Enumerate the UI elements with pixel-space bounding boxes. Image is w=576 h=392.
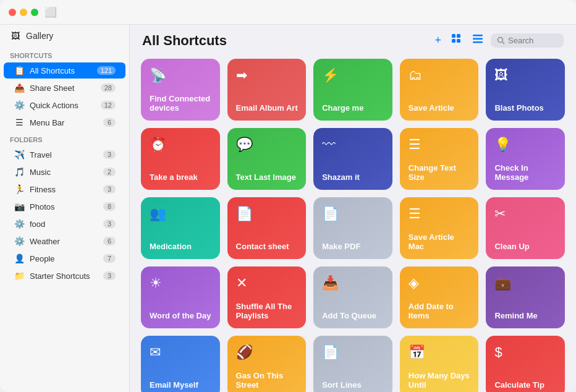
card-email-myself[interactable]: ✉ Email Myself <box>141 336 220 392</box>
card-find-connected-devices[interactable]: 📡 Find Connected devices <box>141 59 220 121</box>
travel-label: Travel <box>30 150 52 160</box>
card-shazam-it[interactable]: 〰 Shazam it <box>313 128 392 190</box>
card-make-pdf[interactable]: 📄 Make PDF <box>313 197 392 259</box>
charge-me-icon: ⚡ <box>322 67 339 83</box>
remind-me-label: Remind Me <box>494 311 537 321</box>
svg-point-7 <box>498 38 503 43</box>
starter-shortcuts-badge: 3 <box>103 271 116 280</box>
grid-view-button[interactable] <box>449 32 465 49</box>
check-in-message-icon: 💡 <box>494 137 511 153</box>
find-connected-devices-icon: 📡 <box>150 67 166 83</box>
add-date-to-items-icon: ◈ <box>409 275 419 291</box>
card-word-of-the-day[interactable]: ☀ Word of the Day <box>141 266 220 328</box>
blast-photos-label: Blast Photos <box>494 103 543 113</box>
card-save-article[interactable]: 🗂 Save Article <box>400 59 479 121</box>
make-pdf-label: Make PDF <box>322 242 360 252</box>
card-change-text-size[interactable]: ☰ Change Text Size <box>400 128 479 190</box>
sort-lines-icon: 📄 <box>322 344 339 360</box>
card-save-article-mac[interactable]: ☰ Save Article Mac <box>400 197 479 259</box>
search-icon <box>497 36 505 45</box>
card-contact-sheet[interactable]: 📄 Contact sheet <box>227 197 307 259</box>
card-how-many-days-until[interactable]: 📅 How Many Days Until <box>400 336 479 392</box>
header-actions: + <box>432 32 564 49</box>
email-myself-label: Email Myself <box>150 380 198 390</box>
card-shuffle-all-playlists[interactable]: ✕ Shuffle All The Playlists <box>227 266 307 328</box>
card-medication[interactable]: 👥 Medication <box>141 197 220 259</box>
sidebar-item-share-sheet[interactable]: 📤 Share Sheet 28 <box>4 80 125 96</box>
starter-shortcuts-icon: 📁 <box>14 271 25 281</box>
weather-badge: 6 <box>103 237 116 245</box>
photos-icon: 📷 <box>14 202 25 211</box>
save-article-mac-label: Save Article Mac <box>409 232 472 252</box>
main-content: All Shortcuts + <box>130 0 576 392</box>
sidebar-item-people[interactable]: 👤 People 7 <box>4 250 125 266</box>
find-connected-devices-label: Find Connected devices <box>150 94 213 113</box>
gallery-label: Gallery <box>26 31 53 41</box>
music-label: Music <box>30 168 51 177</box>
fitness-icon: 🏃 <box>14 184 25 194</box>
shuffle-all-playlists-icon: ✕ <box>236 275 247 291</box>
sidebar-item-photos[interactable]: 📷 Photos 8 <box>4 198 125 215</box>
add-to-queue-label: Add To Queue <box>322 311 376 321</box>
main-header: All Shortcuts + <box>130 25 576 54</box>
sidebar-item-starter-shortcuts[interactable]: 📁 Starter Shortcuts 3 <box>4 268 125 284</box>
grid-icon <box>451 33 462 45</box>
people-icon: 👤 <box>14 254 25 263</box>
food-icon: ⚙️ <box>14 219 25 229</box>
card-blast-photos[interactable]: 🖼 Blast Photos <box>486 59 565 121</box>
svg-rect-3 <box>457 39 460 43</box>
share-sheet-label: Share Sheet <box>30 83 74 93</box>
email-myself-icon: ✉ <box>150 344 161 360</box>
card-check-in-message[interactable]: 💡 Check In Message <box>486 128 565 190</box>
svg-rect-5 <box>473 38 483 40</box>
page-title: All Shortcuts <box>142 33 432 49</box>
card-take-a-break[interactable]: ⏰ Take a break <box>141 128 220 190</box>
folders-section-label: Folders <box>0 131 129 146</box>
sidebar-item-music[interactable]: 🎵 Music 2 <box>4 164 125 180</box>
travel-icon: ✈️ <box>14 150 25 160</box>
card-gas-on-this-street[interactable]: 🏈 Gas On This Street <box>227 336 307 392</box>
shortcuts-grid: 📡 Find Connected devices ➡ Email Album A… <box>130 54 576 392</box>
take-a-break-label: Take a break <box>150 173 198 182</box>
calculate-tip-label: Calculate Tip <box>494 380 544 390</box>
sidebar-item-quick-actions[interactable]: ⚙️ Quick Actions 12 <box>4 97 125 113</box>
maximize-button[interactable] <box>31 9 38 16</box>
svg-line-8 <box>502 42 504 44</box>
people-label: People <box>30 254 54 263</box>
shuffle-all-playlists-label: Shuffle All The Playlists <box>236 302 299 321</box>
clean-up-icon: ✂ <box>494 206 506 222</box>
sidebar-item-food[interactable]: ⚙️ food 3 <box>4 216 125 232</box>
search-input[interactable] <box>508 36 557 45</box>
card-clean-up[interactable]: ✂ Clean Up <box>486 197 565 259</box>
card-calculate-tip[interactable]: $ Calculate Tip <box>486 336 565 392</box>
how-many-days-until-label: How Many Days Until <box>409 371 472 390</box>
search-box[interactable] <box>491 33 564 48</box>
add-shortcut-button[interactable]: + <box>432 33 444 48</box>
traffic-lights <box>9 9 38 16</box>
card-add-date-to-items[interactable]: ◈ Add Date to Items <box>400 266 479 328</box>
card-add-to-queue[interactable]: 📥 Add To Queue <box>313 266 392 328</box>
card-text-last-image[interactable]: 💬 Text Last Image <box>227 128 307 190</box>
all-shortcuts-label: All Shortcuts <box>30 66 75 75</box>
sidebar-item-travel[interactable]: ✈️ Travel 3 <box>4 147 125 163</box>
quick-actions-label: Quick Actions <box>30 101 78 110</box>
card-sort-lines[interactable]: 📄 Sort Lines <box>313 336 392 392</box>
food-label: food <box>30 219 45 229</box>
sidebar-item-fitness[interactable]: 🏃 Fitness 3 <box>4 181 125 197</box>
sidebar-item-weather[interactable]: ⚙️ Weather 6 <box>4 233 125 249</box>
weather-label: Weather <box>30 237 60 246</box>
list-view-button[interactable] <box>470 32 486 49</box>
minimize-button[interactable] <box>20 9 27 16</box>
sidebar-item-gallery[interactable]: 🖼 Gallery <box>0 25 129 47</box>
card-charge-me[interactable]: ⚡ Charge me <box>313 59 392 121</box>
svg-rect-6 <box>473 41 483 43</box>
close-button[interactable] <box>9 9 16 16</box>
photos-badge: 8 <box>103 202 116 211</box>
card-email-album-art[interactable]: ➡ Email Album Art <box>227 59 307 121</box>
sidebar-item-menu-bar[interactable]: ☰ Menu Bar 6 <box>4 114 125 130</box>
photos-label: Photos <box>30 202 54 211</box>
card-remind-me[interactable]: 💼 Remind Me <box>486 266 565 328</box>
sidebar-item-all-shortcuts[interactable]: 📋 All Shortcuts 121 <box>4 62 125 79</box>
sidebar-toggle-button[interactable]: ⬜ <box>44 6 57 18</box>
menu-bar-icon: ☰ <box>14 117 25 127</box>
